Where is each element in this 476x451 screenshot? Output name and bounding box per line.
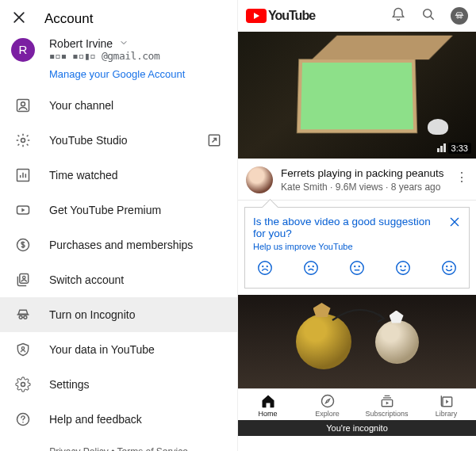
bar-chart-icon	[14, 166, 32, 184]
menu-label: Your data in YouTube	[49, 343, 155, 356]
avatar: R	[11, 38, 35, 62]
svg-point-32	[451, 266, 451, 267]
account-panel: Account R Robert Irvine ▪▫▪ ▪▫▮▫ @gmail.…	[0, 0, 238, 451]
svg-point-26	[359, 266, 359, 267]
smiley-very-happy-icon[interactable]	[440, 259, 458, 280]
profile-info: Robert Irvine ▪▫▪ ▪▫▮▫ @gmail.com	[49, 37, 159, 62]
smiley-sad-icon[interactable]	[302, 259, 320, 280]
menu-label: Your channel	[49, 99, 113, 112]
svg-point-31	[447, 266, 447, 267]
menu-premium[interactable]: Get YouTube Premium	[0, 193, 237, 227]
svg-point-8	[23, 276, 25, 278]
video-thumbnail-1[interactable]: 3:33	[238, 32, 476, 159]
menu-time-watched[interactable]: Time watched	[0, 158, 237, 193]
menu-incognito[interactable]: Turn on Incognito	[0, 297, 237, 332]
svg-point-2	[21, 139, 25, 143]
youtube-logo[interactable]: YouTube	[246, 9, 315, 23]
menu-your-data[interactable]: Your data in YouTube	[0, 332, 237, 367]
video-subtitle: Kate Smith · 9.6M views · 8 years ago	[281, 182, 447, 193]
svg-point-30	[443, 262, 456, 275]
menu-label: Time watched	[49, 169, 118, 182]
feedback-smileys	[253, 259, 461, 280]
top-bar: YouTube	[238, 0, 476, 32]
video-meta-row[interactable]: Ferrets playing in packing peanuts Kate …	[238, 159, 476, 201]
smiley-happy-icon[interactable]	[394, 259, 412, 280]
profile-name: Robert Irvine	[49, 37, 113, 50]
external-link-icon	[205, 132, 223, 149]
youtube-panel: YouTube 3:33 Ferrets playing in packing …	[238, 0, 476, 451]
menu-label: Turn on Incognito	[49, 308, 135, 321]
menu-help[interactable]: Help and feedback	[0, 402, 237, 437]
svg-point-14	[22, 422, 24, 423]
close-icon[interactable]	[448, 216, 461, 231]
profile-row[interactable]: R Robert Irvine ▪▫▪ ▪▫▮▫ @gmail.com	[0, 31, 237, 65]
help-icon	[14, 411, 32, 428]
svg-point-27	[397, 262, 410, 275]
svg-point-19	[263, 266, 263, 267]
privacy-link[interactable]: Privacy Policy	[49, 446, 109, 451]
shield-person-icon	[14, 341, 32, 358]
feedback-card: Is the above video a good suggestion for…	[244, 207, 470, 289]
terms-link[interactable]: Terms of Service	[117, 446, 187, 451]
ferret-paw-illustration	[428, 119, 448, 135]
diamond-ring-illustration	[375, 320, 419, 364]
svg-point-17	[460, 17, 462, 18]
nav-home[interactable]: Home	[238, 389, 298, 420]
video-duration: 3:33	[448, 143, 471, 154]
feedback-help-text: Help us improve YouTube	[253, 242, 461, 251]
account-title: Account	[44, 11, 93, 27]
svg-point-22	[309, 266, 309, 267]
svg-point-21	[305, 262, 318, 275]
bottom-nav: Home Explore Subscriptions Library	[238, 388, 476, 420]
svg-point-16	[457, 17, 459, 18]
manage-account-link[interactable]: Manage your Google Account	[0, 65, 237, 88]
svg-point-9	[19, 315, 22, 319]
svg-point-20	[267, 266, 267, 267]
footer-links: Privacy Policy • Terms of Service	[0, 437, 237, 451]
dollar-icon	[14, 236, 32, 254]
notifications-icon[interactable]	[390, 6, 406, 25]
close-icon[interactable]	[11, 10, 27, 28]
svg-point-29	[405, 266, 405, 267]
menu-youtube-studio[interactable]: YouTube Studio	[0, 123, 237, 158]
svg-point-10	[24, 315, 27, 319]
youtube-icon	[14, 201, 32, 219]
svg-point-15	[424, 10, 432, 17]
nav-explore[interactable]: Explore	[298, 389, 357, 420]
smiley-neutral-icon[interactable]	[348, 259, 366, 280]
menu-label: Switch account	[49, 273, 124, 286]
menu-label: YouTube Studio	[49, 134, 128, 147]
incognito-avatar-icon[interactable]	[451, 7, 468, 25]
svg-point-24	[351, 262, 364, 275]
audio-bars-icon	[437, 143, 446, 152]
video-thumbnail-2[interactable]	[238, 295, 476, 388]
youtube-wordmark: YouTube	[268, 9, 315, 23]
svg-point-25	[355, 266, 355, 267]
search-icon[interactable]	[420, 6, 436, 25]
chevron-down-icon[interactable]	[119, 38, 129, 49]
menu-settings[interactable]: Settings	[0, 367, 237, 402]
person-box-icon	[14, 97, 32, 114]
nav-library[interactable]: Library	[416, 389, 476, 420]
incognito-icon	[14, 306, 32, 323]
svg-point-18	[259, 262, 272, 275]
menu-label: Purchases and memberships	[49, 239, 193, 251]
more-options-icon[interactable]: ⋮	[455, 166, 468, 185]
svg-point-1	[21, 102, 25, 106]
menu-switch-account[interactable]: Switch account	[0, 262, 237, 297]
cardboard-box-illustration	[297, 59, 418, 133]
menu-purchases[interactable]: Purchases and memberships	[0, 227, 237, 262]
account-header: Account	[0, 0, 237, 31]
nav-subscriptions[interactable]: Subscriptions	[357, 389, 416, 420]
switch-account-icon	[14, 271, 32, 289]
svg-point-12	[21, 383, 25, 387]
svg-point-11	[21, 347, 24, 350]
channel-avatar[interactable]	[246, 166, 273, 193]
smiley-very-sad-icon[interactable]	[256, 259, 274, 280]
feedback-question: Is the above video a good suggestion for…	[253, 216, 461, 239]
svg-point-23	[313, 266, 313, 267]
profile-email: ▪▫▪ ▪▫▮▫ @gmail.com	[49, 50, 159, 62]
svg-point-28	[401, 266, 401, 267]
menu-your-channel[interactable]: Your channel	[0, 88, 237, 123]
menu-label: Get YouTube Premium	[49, 204, 161, 216]
